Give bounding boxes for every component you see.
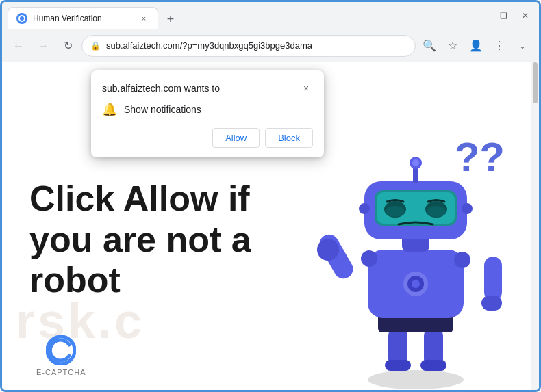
notification-label: Show notifications [124,104,201,115]
active-tab[interactable]: Human Verification × [8,7,158,29]
menu-icon[interactable]: ⋮ [488,35,510,57]
maximize-button[interactable]: ❑ [495,9,512,23]
popup-header: sub.alfaiztech.com wants to × [102,81,313,95]
close-button[interactable]: ✕ [517,9,533,23]
url-display: sub.alfaiztech.com/?p=my3dqnbxgq5gi3bpge… [106,40,407,51]
notification-popup: sub.alfaiztech.com wants to × 🔔 Show not… [91,70,324,157]
toolbar: ← → ↻ 🔒 sub.alfaiztech.com/?p=my3dqnbxgq… [2,29,539,62]
page-text-area: Click Allow if you are not a robot [2,151,539,301]
forward-button[interactable]: → [32,35,54,57]
window-controls: — ❑ ✕ [473,9,533,23]
ecaptcha-logo-icon [46,335,76,365]
popup-site-text: sub.alfaiztech.com wants to [102,83,220,94]
favicon-inner [18,15,25,22]
heading-line1: Click Allow if [29,179,250,218]
svg-rect-4 [385,360,411,371]
ecaptcha-label: E-CAPTCHA [36,368,86,376]
allow-button[interactable]: Allow [212,128,260,148]
scrollbar-thumb[interactable] [533,62,538,103]
search-icon[interactable]: 🔍 [418,35,440,57]
lock-icon: 🔒 [90,41,101,51]
toolbar-right-icons: 🔍 ☆ 👤 ⋮ ⌄ [418,35,533,57]
tab-area: Human Verification × + [8,2,465,29]
bookmark-star-icon[interactable]: ☆ [442,35,464,57]
tab-title: Human Verification [33,14,133,23]
title-bar: Human Verification × + — ❑ ✕ [2,2,539,29]
new-tab-button[interactable]: + [161,10,180,29]
svg-point-1 [368,370,464,389]
popup-close-button[interactable]: × [299,81,313,95]
bell-icon: 🔔 [102,102,117,117]
ecaptcha-area: E-CAPTCHA [36,335,86,376]
profile-icon[interactable]: 👤 [465,35,487,57]
dropdown-icon[interactable]: ⌄ [512,35,533,57]
browser-frame: Human Verification × + — ❑ ✕ ← → ↻ 🔒 sub… [0,0,541,392]
svg-rect-5 [420,360,446,371]
refresh-button[interactable]: ↻ [57,35,79,57]
address-bar[interactable]: 🔒 sub.alfaiztech.com/?p=my3dqnbxgq5gi3bp… [81,35,416,57]
main-heading: Click Allow if you are not a robot [29,179,262,301]
tab-favicon [16,13,27,24]
minimize-button[interactable]: — [473,9,490,23]
heading-line2: you are not a [29,220,251,259]
block-button[interactable]: Block [265,128,313,148]
back-button[interactable]: ← [8,35,29,57]
popup-notification-row: 🔔 Show notifications [102,102,313,117]
popup-buttons: Allow Block [102,128,313,148]
tab-close-button[interactable]: × [138,13,149,24]
page-content: sub.alfaiztech.com wants to × 🔔 Show not… [2,62,539,390]
heading-line3: robot [29,260,121,300]
